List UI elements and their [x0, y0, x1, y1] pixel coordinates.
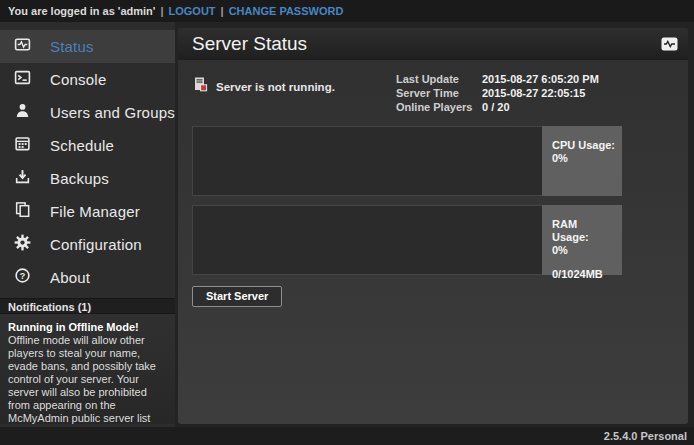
notifications-body: Running in Offline Mode! Offline mode wi… — [0, 314, 175, 424]
sidebar-item-file-manager[interactable]: File Manager — [0, 195, 175, 228]
ram-usage-label: RAM Usage: — [552, 218, 616, 244]
panel-header: Server Status — [178, 28, 688, 60]
change-password-link[interactable]: CHANGE PASSWORD — [229, 5, 344, 17]
sidebar-item-label: Configuration — [50, 236, 142, 253]
sidebar-item-schedule[interactable]: Schedule — [0, 129, 175, 162]
status-row: Server is not running. Last Update 2015-… — [192, 72, 674, 114]
sidebar-menu: Status Console Users and Groups — [0, 22, 175, 294]
topbar-separator: | — [216, 5, 229, 17]
topbar-separator: | — [155, 5, 168, 17]
server-state: Server is not running. — [192, 72, 396, 97]
info-value: 2015-08-27 22:05:15 — [482, 86, 585, 100]
info-row-last-update: Last Update 2015-08-27 6:05:20 PM — [396, 72, 674, 86]
ram-usage-panel: RAM Usage: 0% 0/1024MB — [542, 205, 622, 275]
info-row-online-players: Online Players 0 / 20 — [396, 100, 674, 114]
page-title: Server Status — [192, 33, 661, 55]
cpu-usage-label: CPU Usage: — [552, 139, 616, 152]
sidebar-item-label: Console — [50, 71, 106, 88]
info-row-server-time: Server Time 2015-08-27 22:05:15 — [396, 86, 674, 100]
terminal-icon — [14, 69, 31, 90]
gear-icon — [14, 234, 31, 255]
panel-body: Server is not running. Last Update 2015-… — [178, 60, 688, 307]
info-value: 2015-08-27 6:05:20 PM — [482, 72, 599, 86]
sidebar-item-console[interactable]: Console — [0, 63, 175, 96]
info-label: Last Update — [396, 72, 482, 86]
server-stopped-icon — [192, 76, 208, 97]
pulse-monitor-icon[interactable] — [661, 37, 678, 51]
documents-icon — [14, 201, 31, 222]
calendar-icon — [14, 135, 31, 156]
sidebar-item-label: Status — [50, 38, 94, 55]
svg-text:?: ? — [20, 271, 26, 281]
cpu-usage-panel: CPU Usage: 0% — [542, 126, 622, 196]
sidebar-item-label: File Manager — [50, 203, 140, 220]
ram-usage-row: RAM Usage: 0% 0/1024MB — [192, 205, 622, 275]
info-label: Server Time — [396, 86, 482, 100]
notifications-header: Notifications (1) — [0, 298, 175, 314]
sidebar-item-backups[interactable]: Backups — [0, 162, 175, 195]
server-info-table: Last Update 2015-08-27 6:05:20 PM Server… — [396, 72, 674, 114]
info-value: 0 / 20 — [482, 100, 510, 114]
logged-in-text: You are logged in as 'admin' — [8, 5, 155, 17]
logout-link[interactable]: LOGOUT — [169, 5, 216, 17]
server-status-panel: Server Status Server is not running. — [178, 28, 688, 424]
footer: 2.5.4.0 Personal — [0, 427, 694, 445]
sidebar-item-label: Schedule — [50, 137, 114, 154]
cpu-usage-value: 0% — [552, 152, 616, 165]
start-server-button[interactable]: Start Server — [192, 286, 282, 307]
version-label: 2.5.4.0 Personal — [604, 430, 687, 442]
ram-usage-graph — [192, 205, 542, 275]
info-label: Online Players — [396, 100, 482, 114]
pulse-monitor-icon — [14, 36, 31, 57]
sidebar-item-status[interactable]: Status — [0, 30, 175, 63]
notification-title: Running in Offline Mode! — [8, 321, 167, 334]
sidebar-item-label: About — [50, 269, 90, 286]
download-tray-icon — [14, 168, 31, 189]
sidebar-item-about[interactable]: ? About — [0, 261, 175, 294]
topbar: You are logged in as 'admin' | LOGOUT | … — [0, 0, 694, 22]
notification-text: Offline mode will allow other players to… — [8, 334, 167, 438]
sidebar-item-configuration[interactable]: Configuration — [0, 228, 175, 261]
ram-usage-value: 0% — [552, 244, 616, 257]
sidebar-item-users-and-groups[interactable]: Users and Groups — [0, 96, 175, 129]
cpu-usage-row: CPU Usage: 0% — [192, 126, 622, 196]
ram-usage-detail: 0/1024MB — [552, 268, 616, 281]
question-circle-icon: ? — [14, 267, 31, 288]
sidebar-item-label: Users and Groups — [50, 104, 175, 121]
sidebar-item-label: Backups — [50, 170, 109, 187]
server-status-message: Server is not running. — [216, 81, 335, 93]
cpu-usage-graph — [192, 126, 542, 196]
user-icon — [14, 102, 31, 123]
sidebar: Status Console Users and Groups — [0, 22, 175, 427]
